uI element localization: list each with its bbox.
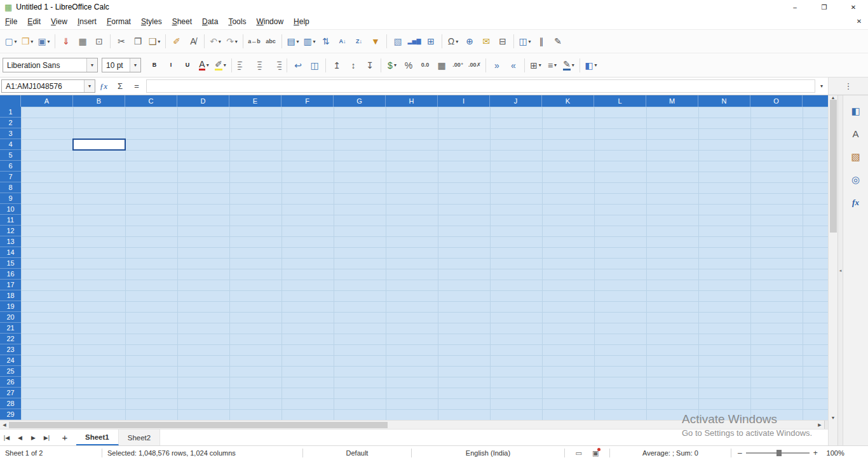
- row-header-16[interactable]: 16: [0, 269, 21, 280]
- dropdown-arrow-icon[interactable]: ▾: [572, 62, 574, 68]
- zoom-out-button[interactable]: –: [738, 449, 742, 457]
- sidebar-menu-icon[interactable]: ⋮: [844, 81, 853, 91]
- dropdown-arrow-icon[interactable]: ▾: [313, 39, 316, 44]
- row-header-10[interactable]: 10: [0, 204, 21, 215]
- row-header-27[interactable]: 27: [0, 388, 21, 398]
- menu-item-window[interactable]: Window: [251, 14, 288, 29]
- dropdown-arrow-icon[interactable]: ▾: [207, 62, 209, 68]
- column-header-k[interactable]: K: [542, 95, 594, 107]
- row-header-21[interactable]: 21: [0, 323, 21, 334]
- scroll-down-icon[interactable]: ▼: [829, 416, 837, 420]
- row-header-19[interactable]: 19: [0, 301, 21, 312]
- insert-comment-button[interactable]: ✉: [478, 33, 494, 50]
- menu-item-insert[interactable]: Insert: [72, 14, 102, 29]
- column-header-i[interactable]: I: [438, 95, 490, 107]
- row-header-4[interactable]: 4: [0, 139, 21, 150]
- insert-pivot-table-button[interactable]: ⊞: [423, 33, 439, 50]
- expand-formula-bar-button[interactable]: ▾: [815, 78, 828, 95]
- horizontal-scrollbar[interactable]: ◀ ▶: [0, 420, 828, 429]
- selection-count-indicator[interactable]: Selected: 1,048,576 rows, 1,024 columns: [102, 449, 302, 457]
- highlighting-color-button[interactable]: ✐▾: [212, 57, 229, 74]
- print-button[interactable]: ▦: [74, 33, 91, 50]
- row-header-13[interactable]: 13: [0, 236, 21, 247]
- dropdown-arrow-icon[interactable]: ▾: [31, 39, 33, 44]
- select-all-corner[interactable]: [0, 95, 21, 107]
- row-header-17[interactable]: 17: [0, 280, 21, 290]
- active-cell-b4[interactable]: [72, 139, 126, 151]
- align-bottom-button[interactable]: ↧: [362, 57, 378, 74]
- zoom-in-button[interactable]: +: [813, 449, 818, 457]
- underline-button[interactable]: U: [179, 57, 196, 74]
- dropdown-arrow-icon[interactable]: ▾: [158, 39, 160, 44]
- menu-item-tools[interactable]: Tools: [223, 14, 251, 29]
- dropdown-arrow-icon[interactable]: ▾: [394, 62, 397, 68]
- insert-image-button[interactable]: ▧: [390, 33, 406, 50]
- zoom-slider-thumb[interactable]: [776, 450, 782, 456]
- sidebar-tab-gallery[interactable]: ▧: [847, 149, 865, 165]
- font-color-button[interactable]: A▾: [196, 57, 212, 74]
- align-center-button[interactable]: ━━━ ━━ ━━━ ━━: [251, 57, 268, 74]
- column-header-b[interactable]: B: [73, 95, 125, 107]
- row-header-14[interactable]: 14: [0, 247, 21, 258]
- align-top-button[interactable]: ↥: [329, 57, 345, 74]
- sum-average-indicator[interactable]: Average: ; Sum: 0: [610, 449, 731, 457]
- italic-button[interactable]: I: [163, 57, 179, 74]
- dropdown-arrow-icon[interactable]: ▾: [529, 39, 531, 44]
- last-sheet-button[interactable]: ▶|: [40, 435, 53, 441]
- zoom-slider[interactable]: [746, 452, 810, 454]
- maximize-button[interactable]: ❐: [810, 0, 839, 14]
- conditional-formatting-button[interactable]: ◧▾: [583, 57, 599, 74]
- chevron-down-icon[interactable]: ▾: [84, 80, 95, 92]
- column-header-c[interactable]: C: [125, 95, 177, 107]
- dropdown-arrow-icon[interactable]: ▾: [554, 62, 557, 68]
- vertical-scrollbar-thumb[interactable]: [830, 100, 837, 233]
- row-header-23[interactable]: 23: [0, 344, 21, 355]
- spelling-button[interactable]: abc: [262, 33, 279, 50]
- first-sheet-button[interactable]: |◀: [0, 435, 13, 441]
- decrease-indent-button[interactable]: «: [505, 57, 522, 74]
- center-vertically-button[interactable]: ↕: [345, 57, 362, 74]
- menu-item-view[interactable]: View: [46, 14, 72, 29]
- sidebar-tab-navigator[interactable]: ◎: [847, 172, 865, 187]
- row-header-2[interactable]: 2: [0, 118, 21, 128]
- dropdown-arrow-icon[interactable]: ▾: [297, 39, 299, 44]
- bold-button[interactable]: B: [146, 57, 163, 74]
- sidebar-tab-functions[interactable]: fx: [847, 194, 865, 210]
- freeze-rows-columns-button[interactable]: ◫▾: [517, 33, 533, 50]
- column-header-j[interactable]: J: [490, 95, 542, 107]
- column-header-h[interactable]: H: [386, 95, 438, 107]
- redo-button[interactable]: ↷▾: [224, 33, 240, 50]
- add-decimal-button[interactable]: .00⁺: [450, 57, 466, 74]
- sidebar-hide-handle[interactable]: ◂: [837, 95, 843, 445]
- font-name-combobox[interactable]: Liberation Sans ▾: [3, 58, 98, 72]
- menu-item-sheet[interactable]: Sheet: [167, 14, 197, 29]
- format-currency-button[interactable]: $▾: [384, 57, 400, 74]
- format-number-button[interactable]: 0.0: [417, 57, 433, 74]
- menu-item-file[interactable]: File: [0, 14, 22, 29]
- copy-button[interactable]: ❐: [130, 33, 146, 50]
- close-document-button[interactable]: ✕: [850, 14, 868, 29]
- export-pdf-button[interactable]: ⇓: [58, 33, 74, 50]
- print-preview-button[interactable]: ⊡: [91, 33, 107, 50]
- column-header-o[interactable]: O: [750, 95, 803, 107]
- close-button[interactable]: ✕: [839, 0, 868, 14]
- sheet-number-indicator[interactable]: Sheet 1 of 2: [0, 449, 102, 457]
- row-header-24[interactable]: 24: [0, 355, 21, 366]
- name-box[interactable]: A1:AMJ1048576 ▾: [1, 79, 95, 93]
- autofilter-button[interactable]: ▼: [367, 33, 384, 50]
- column-header-a[interactable]: A: [21, 95, 73, 107]
- align-left-button[interactable]: ━━━ ━━ ━━━ ━━: [234, 57, 251, 74]
- page-style-indicator[interactable]: Default: [303, 449, 411, 457]
- sidebar-tab-styles[interactable]: A: [847, 126, 865, 142]
- menu-item-edit[interactable]: Edit: [22, 14, 46, 29]
- menu-item-help[interactable]: Help: [288, 14, 315, 29]
- cells-grid[interactable]: [21, 107, 828, 420]
- row-header-26[interactable]: 26: [0, 377, 21, 388]
- row-header-7[interactable]: 7: [0, 172, 21, 182]
- align-right-button[interactable]: ━━━ ━━ ━━━ ━━: [268, 57, 284, 74]
- chevron-down-icon[interactable]: ▾: [130, 58, 140, 72]
- menu-item-data[interactable]: Data: [197, 14, 223, 29]
- next-sheet-button[interactable]: ▶: [27, 435, 40, 441]
- row-button[interactable]: ▤▾: [285, 33, 301, 50]
- format-percent-button[interactable]: %: [400, 57, 417, 74]
